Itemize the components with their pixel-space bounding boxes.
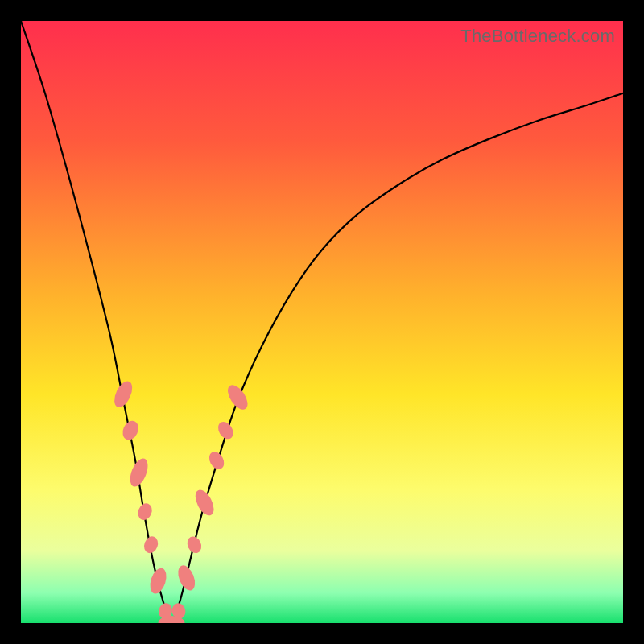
plot-area: TheBottleneck.com xyxy=(21,21,623,623)
outer-frame: TheBottleneck.com xyxy=(0,0,644,644)
gradient-background xyxy=(21,21,623,623)
chart-svg xyxy=(21,21,623,623)
watermark-text: TheBottleneck.com xyxy=(460,26,615,47)
